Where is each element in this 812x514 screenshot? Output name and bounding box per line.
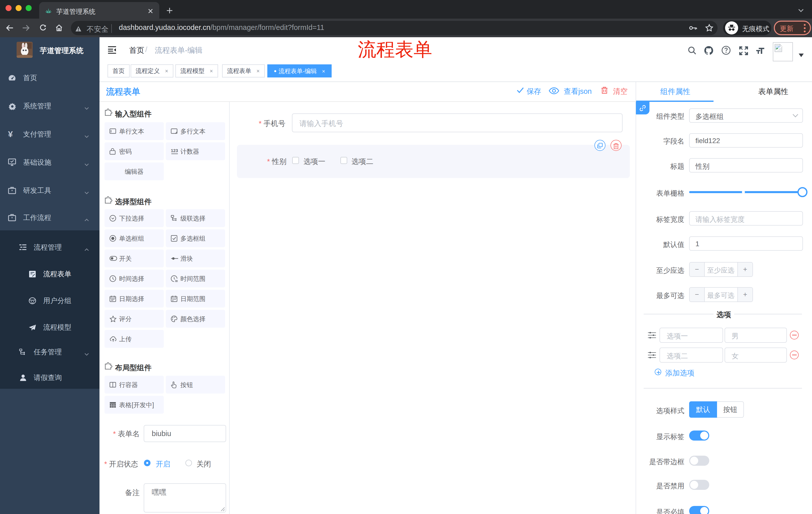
svg-text:123: 123 xyxy=(171,148,178,153)
